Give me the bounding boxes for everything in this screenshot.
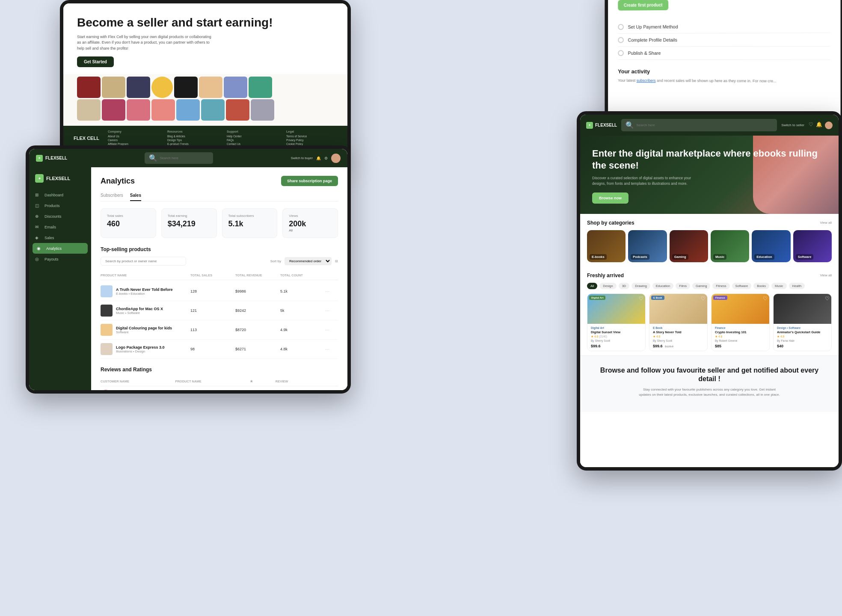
user-avatar-icon[interactable]: [825, 121, 833, 129]
cat-card-software[interactable]: Software: [793, 230, 832, 262]
analytics-search-input[interactable]: [160, 156, 209, 160]
grid-thumb-7: [224, 77, 247, 98]
wishlist-icon-3[interactable]: ♡: [825, 296, 830, 302]
filter-tag-design[interactable]: Design: [599, 283, 616, 289]
tab-subscribers[interactable]: Subscribers: [101, 193, 123, 201]
stat-all[interactable]: All: [289, 228, 332, 232]
heart-icon[interactable]: ♡: [809, 121, 813, 129]
wishlist-icon-1[interactable]: ♡: [701, 296, 706, 302]
wishlist-icon-0[interactable]: ♡: [639, 296, 643, 302]
pc-rating-3: ★ 4.8: [777, 335, 828, 338]
checklist-label-3: Publish & Share: [628, 50, 661, 56]
sidebar-item-discounts[interactable]: ⊕ Discounts: [29, 211, 91, 222]
footer-link[interactable]: Blog & Articles: [167, 135, 218, 138]
rating-value-2: 4.8: [718, 335, 722, 338]
discounts-icon: ⊕: [35, 214, 41, 219]
filter-tag-music[interactable]: Music: [771, 283, 787, 289]
product-search-row: Sort by Recommended order ⊟: [101, 257, 338, 266]
sidebar-item-sales[interactable]: ◈ Sales: [29, 232, 91, 243]
product-search-input[interactable]: [101, 257, 186, 266]
marketplace-topbar: ✦ FLEXSELL 🔍 Switch to seller ♡ 🔔: [580, 115, 839, 136]
cat-card-ebooks[interactable]: E-books: [587, 230, 626, 262]
product-card-info-1: E Book A Story Never Told ★ 4.8 By Sherr…: [649, 324, 707, 351]
flexsell-logo-icon: ✦: [36, 155, 43, 162]
product-text-2: Digital Colouring page for kids Software: [116, 326, 172, 334]
sidebar-item-analytics[interactable]: ◉ Analytics: [33, 243, 88, 254]
analytics-sidebar: ✦ FLEXSELL ⊞ Dashboard ◫ Products ⊕ Disc…: [29, 167, 91, 390]
settings-icon[interactable]: ⚙: [324, 156, 328, 160]
sort-select[interactable]: Recommended order: [285, 257, 332, 265]
footer-link[interactable]: FAQs: [227, 139, 278, 142]
filter-tag-films[interactable]: Films: [676, 283, 690, 289]
sidebar-item-products[interactable]: ◫ Products: [29, 200, 91, 211]
product-sales-2: 113: [190, 328, 235, 332]
sidebar-label-analytics: Analytics: [46, 246, 62, 251]
cat-card-education[interactable]: Education: [752, 230, 790, 262]
filter-tag-books[interactable]: Books: [753, 283, 769, 289]
analytics-body: ✦ FLEXSELL ⊞ Dashboard ◫ Products ⊕ Disc…: [29, 167, 347, 390]
view-all-freshly[interactable]: View all: [820, 273, 832, 277]
user-avatar[interactable]: [331, 154, 341, 163]
col-total-revenue: TOTAL REVENUE: [235, 273, 280, 277]
wishlist-icon-2[interactable]: ♡: [763, 296, 768, 302]
product-info-1: ChordieApp for Mac OS X Music • Software: [101, 305, 190, 317]
cat-card-podcasts[interactable]: Podcasts: [628, 230, 667, 262]
row-menu-0[interactable]: ···: [325, 288, 338, 294]
filter-tag-3d[interactable]: 3D: [619, 283, 630, 289]
footer-link[interactable]: Design Tips: [167, 139, 218, 142]
search-icon: 🔍: [626, 121, 634, 129]
product-card-3[interactable]: ♡ Design • Software Animator's Quickstar…: [773, 293, 832, 351]
row-menu-1[interactable]: ···: [325, 308, 338, 314]
row-menu-2[interactable]: ···: [325, 327, 338, 333]
footer-link[interactable]: Terms of Service: [286, 135, 337, 138]
footer-link[interactable]: Privacy Policy: [286, 139, 337, 142]
sidebar-item-payouts[interactable]: ◎ Payouts: [29, 254, 91, 264]
get-started-button[interactable]: Get Started: [77, 56, 114, 67]
row-menu-3[interactable]: ···: [325, 346, 338, 352]
footer-link[interactable]: About Us: [108, 135, 159, 138]
footer-link[interactable]: Help Center: [227, 135, 278, 138]
marketplace-hero: Enter the digital marketplace where eboo…: [580, 136, 839, 214]
product-cat-1: Music • Software: [116, 311, 163, 315]
bell-icon[interactable]: 🔔: [316, 156, 321, 160]
grid-thumb-9: [77, 99, 101, 121]
analytics-search-bar[interactable]: 🔍: [145, 152, 213, 164]
product-count-3: 4.8k: [280, 347, 325, 351]
bell-icon[interactable]: 🔔: [816, 121, 822, 129]
sidebar-item-emails[interactable]: ✉ Emails: [29, 222, 91, 232]
search-icon: 🔍: [149, 154, 157, 162]
browse-now-button[interactable]: Browse now: [592, 192, 629, 204]
product-info-0: A Truth Never Ever Told Before E-books •…: [101, 285, 190, 297]
create-first-product-button[interactable]: Create first product: [618, 0, 668, 11]
filter-tag-all[interactable]: All: [587, 283, 597, 289]
stat-value-3: 200k: [289, 219, 332, 228]
stat-views: Views 200k All: [282, 208, 338, 238]
tablet-marketplace: ✦ FLEXSELL 🔍 Switch to seller ♡ 🔔 Enter …: [577, 111, 842, 471]
marketplace-search-bar[interactable]: 🔍: [621, 119, 777, 131]
filter-tag-education[interactable]: Education: [652, 283, 673, 289]
cat-card-gaming[interactable]: Gaming: [670, 230, 708, 262]
categories-row: E-books Podcasts Gaming Music: [587, 230, 832, 262]
marketplace-search-input[interactable]: [636, 123, 773, 127]
hero-title: Become a seller and start earning!: [77, 15, 334, 30]
product-card-2[interactable]: Finance ♡ Finance Crypto Investing 101 ★…: [711, 293, 770, 351]
filter-tag-drawing[interactable]: Drawing: [632, 283, 650, 289]
product-card-0[interactable]: Digital Art ♡ Digital Art Digital Sunset…: [587, 293, 646, 351]
view-all-categories[interactable]: View all: [820, 221, 832, 225]
marketplace-icons: ♡ 🔔: [809, 121, 833, 129]
filter-tag-software[interactable]: Software: [732, 283, 752, 289]
filter-tag-fitness[interactable]: Fitness: [712, 283, 729, 289]
sidebar-item-dashboard[interactable]: ⊞ Dashboard: [29, 190, 91, 200]
filter-icon[interactable]: ⊟: [335, 259, 338, 263]
footer-link[interactable]: Careers: [108, 139, 159, 142]
filter-tag-health[interactable]: Health: [789, 283, 805, 289]
stat-label-1: Total earning: [168, 214, 210, 218]
filter-tag-gaming[interactable]: Gaming: [692, 283, 710, 289]
tab-sales[interactable]: Sales: [130, 193, 141, 201]
product-card-1[interactable]: E Book ♡ E Book A Story Never Told ★ 4.8…: [649, 293, 708, 351]
switch-to-seller[interactable]: Switch to seller: [781, 123, 804, 127]
subscribers-link[interactable]: subscribers: [637, 78, 656, 83]
share-subscription-button[interactable]: Share subscription page: [281, 176, 338, 186]
cat-card-music[interactable]: Music: [711, 230, 749, 262]
switch-to-buyer[interactable]: Switch to buyer: [291, 156, 313, 160]
